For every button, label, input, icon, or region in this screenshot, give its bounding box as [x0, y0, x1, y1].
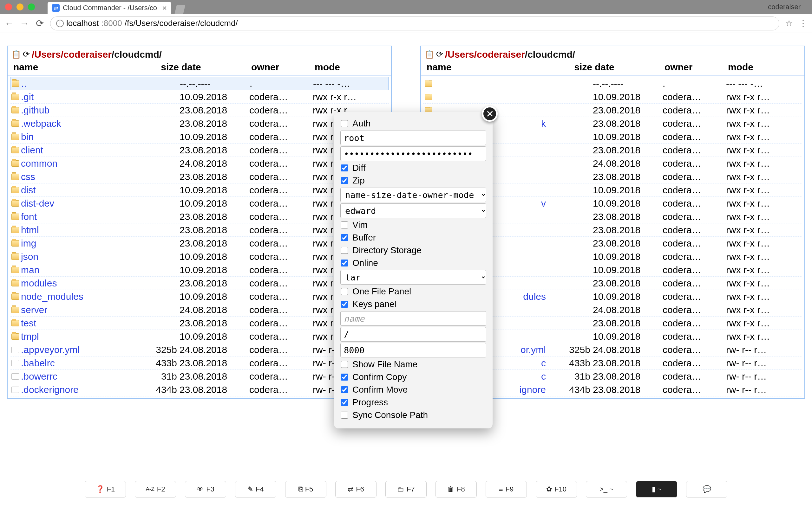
dialog-close-icon[interactable]: ✕ [482, 106, 498, 122]
file-row[interactable]: tmpl10.09.2018codera…rwx r-x r… [10, 330, 389, 343]
panel-refresh-icon[interactable]: ⟳ [436, 49, 443, 59]
f9-button[interactable]: ≡F9 [486, 481, 527, 498]
profile-name[interactable]: coderaiser [768, 3, 801, 11]
address-bar[interactable]: i localhost:8000/fs/Users/coderaiser/clo… [50, 16, 779, 31]
confirmmove-checkbox[interactable] [341, 386, 348, 393]
file-row[interactable]: .babelrc433b23.08.2018codera…rw- r-- r… [10, 356, 389, 370]
password-field[interactable] [340, 147, 486, 161]
f3-button[interactable]: 👁F3 [185, 481, 226, 498]
file-row[interactable]: .webpack23.08.2018codera…rwx r-x r… [10, 117, 389, 130]
file-row[interactable]: --.--.----.--- --- -… [423, 77, 802, 90]
file-row[interactable]: node_modules10.09.2018codera…rwx r-x r… [10, 290, 389, 303]
file-row[interactable]: test23.08.2018codera…rwx r-x r… [10, 317, 389, 330]
tab-close-icon[interactable]: × [162, 3, 167, 13]
file-row[interactable]: 10.09.2018codera…rwx r-x r… [423, 90, 802, 104]
minimize-window-icon[interactable] [16, 3, 23, 10]
file-row[interactable]: client23.08.2018codera…rwx r-x r… [10, 144, 389, 157]
f4-button[interactable]: ✎F4 [235, 481, 276, 498]
auth-checkbox[interactable] [341, 120, 348, 127]
reload-icon[interactable]: ⟳ [35, 19, 44, 28]
site-info-icon[interactable]: i [56, 20, 64, 27]
browser-menu-icon[interactable]: ⋮ [799, 18, 808, 29]
col-mode[interactable]: mode [313, 60, 383, 75]
f6-button[interactable]: ⇄F6 [335, 481, 376, 498]
name-field[interactable] [340, 311, 486, 326]
file-date: 10.09.2018 [178, 185, 248, 195]
dirstorage-checkbox[interactable] [341, 247, 348, 254]
buffer-checkbox[interactable] [341, 234, 348, 241]
clipboard-icon[interactable]: 📋 [425, 50, 434, 59]
file-row[interactable]: css23.08.2018codera…rwx r-x r… [10, 170, 389, 183]
panel-refresh-icon[interactable]: ⟳ [23, 49, 30, 59]
columns-select[interactable]: name-size-date-owner-mode [340, 187, 486, 202]
close-window-icon[interactable] [5, 3, 12, 10]
col-owner[interactable]: owner [250, 60, 313, 75]
bookmark-icon[interactable]: ☆ [785, 18, 793, 29]
maximize-window-icon[interactable] [28, 3, 35, 10]
f5-button[interactable]: ⎘F5 [285, 481, 326, 498]
contact-button[interactable]: 💬 [686, 481, 727, 498]
f1-button[interactable]: ❓F1 [85, 481, 126, 498]
f8-button[interactable]: 🗑F8 [436, 481, 477, 498]
file-row[interactable]: man10.09.2018codera…rwx r-x r… [10, 263, 389, 277]
file-owner: codera… [661, 304, 725, 315]
file-row[interactable]: ..--.--.----.--- --- -… [10, 77, 389, 90]
onefilepanel-checkbox[interactable] [341, 288, 348, 295]
folder-icon [11, 147, 19, 153]
clipboard-icon[interactable]: 📋 [11, 50, 21, 59]
file-row[interactable]: modules23.08.2018codera…rwx r-x r… [10, 277, 389, 290]
f2-button[interactable]: A-ZF2 [135, 481, 176, 498]
terminal-button[interactable]: >_ ~ [586, 481, 627, 498]
col-name[interactable]: name [12, 60, 136, 75]
confirmcopy-checkbox[interactable] [341, 374, 348, 381]
keyspanel-checkbox[interactable] [341, 301, 348, 308]
online-checkbox[interactable] [341, 260, 348, 267]
file-row[interactable]: dist10.09.2018codera…rwx r-x r… [10, 183, 389, 197]
col-mode[interactable]: mode [727, 60, 797, 75]
syncconsole-checkbox[interactable] [341, 412, 348, 418]
packer-select[interactable]: tar [340, 270, 486, 285]
console-button[interactable]: ▮ ~ [636, 481, 677, 498]
diff-checkbox[interactable] [341, 164, 348, 171]
file-row[interactable]: json10.09.2018codera…rwx r-x r… [10, 250, 389, 263]
back-icon[interactable]: ← [4, 19, 14, 28]
file-row[interactable]: .appveyor.yml325b24.08.2018codera…rw- r-… [10, 343, 389, 356]
col-date[interactable]: date [594, 60, 663, 75]
file-mode: --- --- -… [725, 78, 795, 89]
file-owner: codera… [661, 211, 725, 222]
file-owner: codera… [248, 198, 311, 209]
col-size[interactable]: size [136, 60, 180, 75]
col-name[interactable]: name [425, 60, 549, 75]
file-date: 23.08.2018 [592, 171, 661, 182]
file-row[interactable]: bin10.09.2018codera…rwx r-x r… [10, 130, 389, 144]
file-row[interactable]: .github23.08.2018codera…rwx r-x r… [10, 104, 389, 117]
progress-checkbox[interactable] [341, 399, 348, 406]
file-row[interactable]: server24.08.2018codera…rwx r-x r… [10, 303, 389, 317]
browser-tab[interactable]: ⇄ Cloud Commander - /Users/co × [48, 2, 171, 14]
col-size[interactable]: size [549, 60, 594, 75]
path-breadcrumb[interactable]: /Users/coderaiser/cloudcmd/ [445, 49, 575, 60]
file-row[interactable]: font23.08.2018codera…rwx r-x r… [10, 210, 389, 223]
file-row[interactable]: common24.08.2018codera…rwx r-x r… [10, 157, 389, 170]
username-field[interactable] [340, 130, 486, 145]
file-row[interactable]: html23.08.2018codera…rwx r-x r… [10, 223, 389, 237]
path-breadcrumb[interactable]: /Users/coderaiser/cloudcmd/ [32, 49, 162, 60]
root-field[interactable] [340, 327, 486, 342]
file-row[interactable]: .git10.09.2018codera…rwx r-x r… [10, 90, 389, 104]
file-owner: codera… [661, 105, 725, 116]
file-row[interactable]: img23.08.2018codera…rwx r-x r… [10, 237, 389, 250]
editor-select[interactable]: edward [340, 204, 486, 218]
vim-checkbox[interactable] [341, 222, 348, 228]
new-tab-button[interactable] [174, 5, 185, 14]
zip-checkbox[interactable] [341, 177, 348, 184]
col-date[interactable]: date [180, 60, 250, 75]
file-row[interactable]: dist-dev10.09.2018codera…rwx r-x r… [10, 197, 389, 210]
file-row[interactable]: .bowerrc31b23.08.2018codera…rw- r-- r… [10, 370, 389, 383]
col-owner[interactable]: owner [663, 60, 727, 75]
port-field[interactable] [340, 343, 486, 357]
f10-button[interactable]: ✿F10 [536, 481, 577, 498]
f7-button[interactable]: 🗀F7 [386, 481, 426, 498]
showfilename-checkbox[interactable] [341, 361, 348, 368]
file-row[interactable]: .dockerignore434b23.08.2018codera…rw- r-… [10, 383, 389, 396]
file-date: 23.08.2018 [592, 384, 661, 395]
